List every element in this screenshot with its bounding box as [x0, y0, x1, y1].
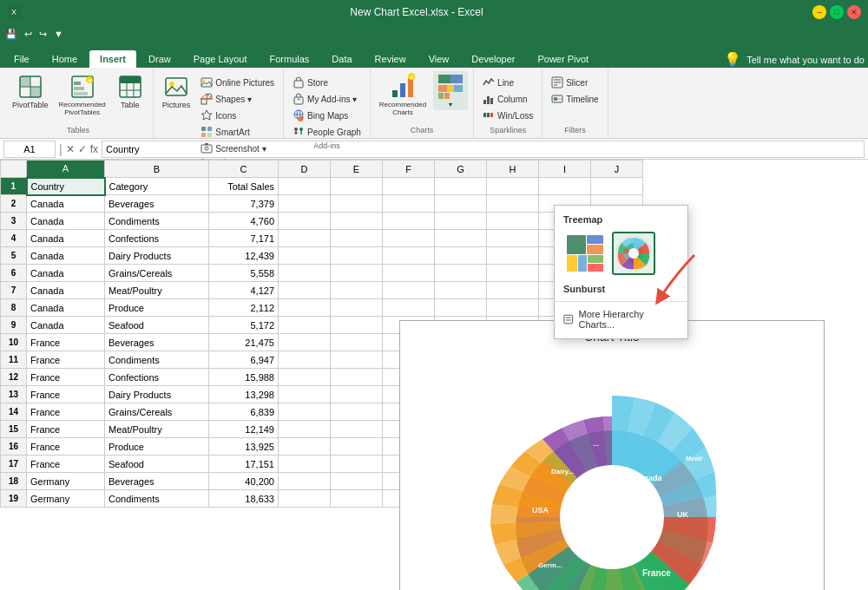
line-spark-button[interactable]: Line [479, 75, 536, 90]
cell[interactable]: France [27, 421, 105, 438]
winloss-spark-button[interactable]: Win/Loss [479, 108, 536, 123]
formula-cancel-icon[interactable]: ✕ [66, 143, 75, 155]
minimize-button[interactable]: – [812, 5, 826, 19]
cell[interactable] [435, 195, 487, 213]
tab-draw[interactable]: Draw [138, 50, 181, 68]
cell[interactable]: 5,172 [209, 317, 279, 334]
customize-icon[interactable]: ▼ [52, 27, 65, 41]
col-header-f[interactable]: F [383, 161, 435, 178]
icons-button[interactable]: Icons [197, 108, 278, 123]
cell[interactable]: 21,475 [209, 334, 279, 351]
cell[interactable]: Germany [27, 473, 105, 490]
col-header-j[interactable]: J [591, 161, 643, 178]
smartart-button[interactable]: SmartArt [197, 124, 278, 140]
cell[interactable]: Condiments [105, 213, 209, 230]
cell[interactable]: France [27, 438, 105, 456]
cell[interactable]: Beverages [105, 473, 209, 490]
cell[interactable] [487, 230, 539, 247]
cell[interactable]: Beverages [105, 334, 209, 351]
cell[interactable] [435, 299, 487, 317]
row-number[interactable]: 4 [1, 230, 27, 247]
cell[interactable] [435, 282, 487, 299]
cell[interactable]: Condiments [105, 351, 209, 369]
online-pictures-button[interactable]: Online Pictures [197, 75, 278, 90]
cell[interactable]: 12,149 [209, 421, 279, 438]
cell[interactable]: Condiments [105, 490, 209, 508]
cell[interactable] [279, 230, 331, 247]
cell[interactable] [383, 265, 435, 282]
cell[interactable] [435, 247, 487, 265]
maximize-button[interactable]: □ [830, 5, 844, 19]
cell[interactable]: 15,988 [209, 369, 279, 386]
cell[interactable]: France [27, 369, 105, 386]
row-number[interactable]: 7 [1, 282, 27, 299]
row-number[interactable]: 6 [1, 265, 27, 282]
cell[interactable] [383, 247, 435, 265]
col-header-a[interactable]: A [27, 161, 105, 178]
timeline-button[interactable]: Timeline [548, 91, 602, 107]
bing-maps-button[interactable]: 📍 Bing Maps [289, 108, 365, 123]
cell[interactable] [383, 282, 435, 299]
cell[interactable] [279, 265, 331, 282]
cell[interactable] [383, 178, 435, 195]
cell[interactable] [487, 178, 539, 195]
cell[interactable]: France [27, 456, 105, 473]
name-box[interactable] [3, 141, 56, 158]
cell[interactable]: France [27, 403, 105, 421]
cell[interactable] [331, 282, 383, 299]
cell[interactable] [487, 299, 539, 317]
cell[interactable]: Canada [27, 195, 105, 213]
slicer-button[interactable]: Slicer [548, 75, 602, 90]
cell[interactable]: Germany [27, 490, 105, 508]
cell[interactable]: Produce [105, 438, 209, 456]
cell[interactable]: Canada [27, 247, 105, 265]
cell[interactable] [331, 195, 383, 213]
close-button[interactable]: ✕ [847, 5, 861, 19]
cell[interactable] [435, 265, 487, 282]
cell[interactable]: Category [105, 178, 209, 195]
cell[interactable]: Country [27, 178, 105, 195]
cell[interactable] [279, 334, 331, 351]
cell[interactable] [383, 299, 435, 317]
cell[interactable] [279, 247, 331, 265]
col-header-d[interactable]: D [279, 161, 331, 178]
cell[interactable] [331, 473, 383, 490]
column-spark-button[interactable]: Column [479, 91, 536, 107]
cell[interactable] [383, 195, 435, 213]
tab-power-pivot[interactable]: Power Pivot [527, 50, 599, 68]
cell[interactable]: Dairy Products [105, 247, 209, 265]
cell[interactable]: Beverages [105, 195, 209, 213]
cell[interactable] [279, 490, 331, 508]
cell[interactable] [487, 213, 539, 230]
tab-data[interactable]: Data [321, 50, 362, 68]
col-header-h[interactable]: H [487, 161, 539, 178]
cell[interactable] [279, 386, 331, 403]
tab-insert[interactable]: Insert [89, 50, 136, 68]
my-addins-button[interactable]: + My Add-ins ▾ [289, 91, 365, 107]
cell[interactable] [383, 213, 435, 230]
cell[interactable] [487, 247, 539, 265]
cell[interactable]: 4,127 [209, 282, 279, 299]
row-number[interactable]: 11 [1, 351, 27, 369]
help-icon[interactable]: 💡 [724, 51, 741, 68]
col-header-b[interactable]: B [105, 161, 209, 178]
tab-developer[interactable]: Developer [461, 50, 525, 68]
cell[interactable]: Produce [105, 299, 209, 317]
cell[interactable] [435, 178, 487, 195]
cell[interactable]: 13,925 [209, 438, 279, 456]
cell[interactable] [435, 213, 487, 230]
cell[interactable] [331, 213, 383, 230]
tab-view[interactable]: View [418, 50, 460, 68]
cell[interactable]: Grains/Cereals [105, 403, 209, 421]
cell[interactable]: Confections [105, 369, 209, 386]
cell[interactable] [487, 195, 539, 213]
cell[interactable] [539, 178, 591, 195]
cell[interactable] [331, 317, 383, 334]
cell[interactable]: Dairy Products [105, 386, 209, 403]
row-number[interactable]: 13 [1, 386, 27, 403]
cell[interactable]: Seafood [105, 317, 209, 334]
cell[interactable]: France [27, 334, 105, 351]
cell[interactable] [331, 490, 383, 508]
tab-file[interactable]: File [3, 50, 40, 68]
cell[interactable] [591, 178, 643, 195]
